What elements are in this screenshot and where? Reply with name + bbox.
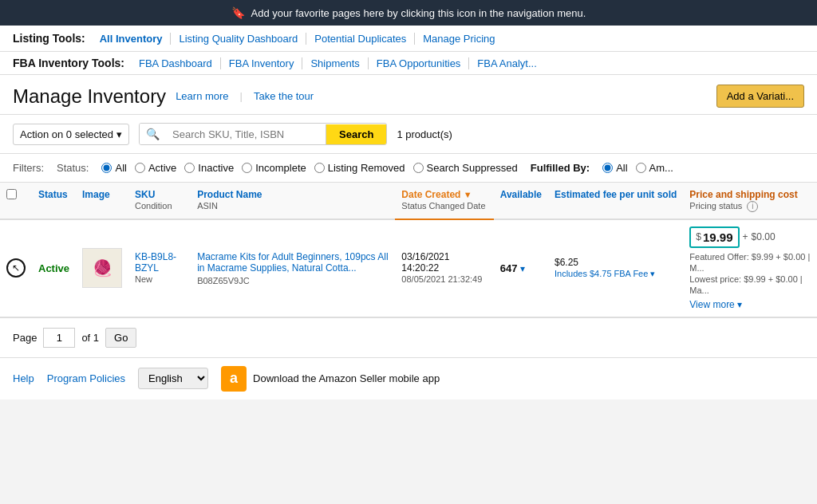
th-product-name-label: Product Name <box>197 189 262 200</box>
search-box: 🔍 Search <box>139 123 387 145</box>
amazon-icon-text: a <box>230 370 238 387</box>
app-download-area: a Download the Amazon Seller mobile app <box>221 366 440 392</box>
row-product-name-cell: Macrame Kits for Adult Beginners, 109pcs… <box>191 219 395 317</box>
product-name-link[interactable]: Macrame Kits for Adult Beginners, 109pcs… <box>197 251 388 274</box>
amazon-icon: a <box>221 366 247 392</box>
th-date-created[interactable]: Date Created ▼ Status Changed Date <box>395 183 493 219</box>
banner-text: Add your favorite pages here by clicking… <box>251 7 586 19</box>
go-button[interactable]: Go <box>105 328 136 348</box>
nav-listing-quality[interactable]: Listing Quality Dashboard <box>171 33 306 45</box>
status-inactive-input[interactable] <box>184 163 195 173</box>
search-input[interactable] <box>166 124 326 144</box>
language-select[interactable]: English Español Français <box>138 368 208 389</box>
search-button[interactable]: Search <box>326 124 386 144</box>
status-incomplete-input[interactable] <box>242 163 252 173</box>
status-active-radio[interactable]: Active <box>135 162 176 174</box>
add-variation-button[interactable]: Add a Variati... <box>716 85 804 108</box>
pricing-status-info-icon[interactable]: i <box>747 201 758 212</box>
action-select[interactable]: Action on 0 selected ▾ <box>13 124 129 145</box>
price-value[interactable]: 19.99 <box>703 230 733 244</box>
fulfilled-am-input[interactable] <box>636 163 646 173</box>
date-created: 03/16/2021 14:20:22 <box>401 251 449 274</box>
view-more-chevron-icon: ▾ <box>737 299 742 310</box>
th-sku-sub: Condition <box>135 201 172 211</box>
fulfilled-all-radio[interactable]: All <box>602 162 627 174</box>
th-checkbox <box>0 183 32 219</box>
th-status-label: Status <box>38 189 68 200</box>
divider: | <box>240 90 243 102</box>
th-product-name-sub: ASIN <box>197 201 218 211</box>
status-inactive-label: Inactive <box>198 162 234 174</box>
nav-all-inventory[interactable]: All Inventory <box>92 33 172 45</box>
take-tour-link[interactable]: Take the tour <box>254 90 314 102</box>
status-removed-input[interactable] <box>314 163 325 173</box>
available-count: 647 <box>500 262 518 274</box>
status-suppressed-input[interactable] <box>413 163 424 173</box>
sku-condition: New <box>135 274 152 284</box>
status-changed-date: 08/05/2021 21:32:49 <box>401 274 482 284</box>
status-all-radio[interactable]: All <box>101 162 126 174</box>
sku-link[interactable]: KB-B9L8-BZYL <box>135 251 184 274</box>
th-sku: SKU Condition <box>128 183 191 219</box>
th-price-label: Price and shipping cost <box>689 189 797 200</box>
th-date-label: Date Created <box>401 189 460 200</box>
fee-includes-text[interactable]: Includes $4.75 FBA Fee <box>555 269 648 278</box>
sort-arrow-icon: ▼ <box>464 190 472 199</box>
inventory-table: Status Image SKU Condition Product Name … <box>0 183 817 317</box>
cursor-glyph: ↖ <box>12 262 20 274</box>
status-active-input[interactable] <box>135 163 145 173</box>
status-incomplete-radio[interactable]: Incomplete <box>242 162 306 174</box>
estimated-fee: $6.25 <box>555 257 578 268</box>
page-header: Manage Inventory Learn more | Take the t… <box>0 75 817 115</box>
th-pricing-status: Pricing status i <box>689 201 758 211</box>
nav-fba-dashboard[interactable]: FBA Dashboard <box>131 57 221 69</box>
view-more-area: View more ▾ <box>689 296 811 310</box>
nav-manage-pricing[interactable]: Manage Pricing <box>415 33 503 45</box>
filters-bar: Filters: Status: All Active Inactive Inc… <box>0 154 817 183</box>
program-policies-link[interactable]: Program Policies <box>47 372 125 384</box>
th-available: Available <box>494 183 548 219</box>
page-title-area: Manage Inventory Learn more | Take the t… <box>13 85 314 108</box>
product-image: 🧶 <box>82 248 122 288</box>
available-dropdown-icon[interactable]: ▾ <box>520 263 525 274</box>
status-filter-group: All Active Inactive Incomplete Listing R… <box>101 162 517 174</box>
toolbar: Action on 0 selected ▾ 🔍 Search 1 produc… <box>0 115 817 154</box>
filters-label: Filters: <box>13 162 44 174</box>
row-fee-cell: $6.25 Includes $4.75 FBA Fee ▾ <box>548 219 683 317</box>
learn-more-link[interactable]: Learn more <box>176 90 228 102</box>
product-image-icon: 🧶 <box>93 258 112 278</box>
featured-offer-text: Featured Offer: $9.99 + $0.00 | M... <box>689 252 810 273</box>
nav-potential-duplicates[interactable]: Potential Duplicates <box>306 33 415 45</box>
select-all-checkbox[interactable] <box>6 189 17 199</box>
product-count: 1 product(s) <box>397 128 452 140</box>
fulfilled-am-radio[interactable]: Am... <box>636 162 673 174</box>
nav-fba-inventory[interactable]: FBA Inventory <box>221 57 303 69</box>
listing-tools-nav: Listing Tools: All Inventory Listing Qua… <box>0 26 817 52</box>
fulfilled-by-label: Fulfilled By: <box>531 162 590 174</box>
listing-tools-label: Listing Tools: <box>13 32 85 45</box>
th-image: Image <box>76 183 128 219</box>
fba-tools-label: FBA Inventory Tools: <box>13 57 124 69</box>
th-sku-label: SKU <box>135 189 155 200</box>
footer-bar: Help Program Policies English Español Fr… <box>0 357 817 400</box>
row-status-cell: Active <box>32 219 76 317</box>
status-all-input[interactable] <box>101 163 112 173</box>
fulfilled-all-input[interactable] <box>602 163 613 173</box>
status-suppressed-radio[interactable]: Search Suppressed <box>413 162 518 174</box>
nav-shipments[interactable]: Shipments <box>302 57 368 69</box>
nav-fba-opportunities[interactable]: FBA Opportunities <box>369 57 470 69</box>
th-available-label: Available <box>500 189 542 200</box>
row-image-cell: 🧶 <box>76 219 128 317</box>
fee-dropdown-icon[interactable]: ▾ <box>650 269 655 278</box>
status-removed-radio[interactable]: Listing Removed <box>314 162 405 174</box>
th-price-shipping: Price and shipping cost Pricing status i <box>683 183 817 219</box>
help-link[interactable]: Help <box>13 372 34 384</box>
status-inactive-radio[interactable]: Inactive <box>184 162 234 174</box>
view-more-link[interactable]: View more ▾ <box>689 299 741 310</box>
status-filter-label: Status: <box>57 162 89 174</box>
page-input[interactable] <box>43 328 75 348</box>
th-pricing-status-text: Pricing status <box>689 201 742 211</box>
row-checkbox-cell: ↖ <box>0 219 32 317</box>
nav-fba-analytics[interactable]: FBA Analyt... <box>469 57 544 69</box>
chevron-down-icon: ▾ <box>116 128 122 140</box>
